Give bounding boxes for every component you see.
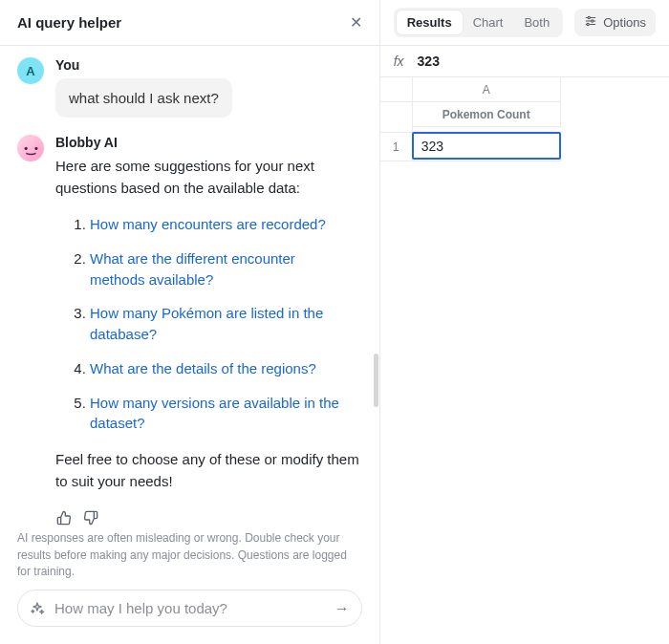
composer[interactable]: → [17,590,362,627]
ai-intro-text: Here are some suggestions for your next … [55,156,362,199]
list-item: What are the details of the regions? [90,358,362,379]
sparkle-icon [30,601,45,616]
list-item: What are the different encounter methods… [90,248,362,290]
svg-point-1 [588,16,590,18]
feedback-row [55,509,362,526]
thumbs-up-icon[interactable] [55,509,73,526]
column-header-A[interactable]: A [413,77,561,102]
suggestion-link[interactable]: How many versions are available in the d… [90,395,339,432]
panel-header: AI query helper ✕ [0,0,379,46]
close-icon[interactable]: ✕ [350,13,362,32]
fx-value: 323 [418,54,440,69]
results-panel: Results Chart Both Options fx 323 A Poke… [380,0,669,644]
sliders-icon [584,14,597,31]
list-item: How many versions are available in the d… [90,393,362,435]
list-item: How many Pokémon are listed in the datab… [90,303,362,345]
scrollbar-thumb[interactable] [374,354,378,407]
user-avatar: A [17,57,44,84]
row-header-1[interactable]: 1 [380,133,413,161]
result-grid: A Pokemon Count 1 323 [380,77,669,161]
user-name-label: You [55,57,362,73]
ai-avatar: •‿• [17,135,44,161]
row-header-blank [380,102,413,133]
tab-results[interactable]: Results [397,11,463,34]
tab-both[interactable]: Both [513,11,560,34]
thumbs-down-icon[interactable] [82,509,99,526]
ai-helper-panel: AI query helper ✕ A You what should I as… [0,0,380,644]
user-bubble: what should I ask next? [55,78,232,118]
ai-name-label: Blobby AI [55,135,362,150]
cell-A1-value[interactable]: 323 [412,132,561,160]
ai-message: •‿• Blobby AI Here are some suggestions … [17,135,362,526]
svg-point-5 [587,23,589,25]
suggestion-link[interactable]: How many encounters are recorded? [90,216,326,232]
chat-scroll[interactable]: A You what should I ask next? •‿• Blobby… [0,46,379,526]
list-item: How many encounters are recorded? [90,214,362,235]
ai-suggestions-list: How many encounters are recorded? What a… [55,214,362,434]
options-label: Options [603,15,646,30]
cell-A1[interactable]: 323 [413,133,561,161]
formula-bar: fx 323 [380,46,669,77]
grid-column-header-row: A [380,77,669,102]
suggestion-link[interactable]: What are the different encounter methods… [90,250,295,288]
composer-input[interactable] [54,600,325,616]
user-message: A You what should I ask next? [17,57,362,118]
suggestion-link[interactable]: What are the details of the regions? [90,360,316,376]
options-button[interactable]: Options [574,9,656,36]
ai-outro-text: Feel free to choose any of these or modi… [55,449,362,492]
view-tabs: Results Chart Both [394,8,564,37]
tab-chart[interactable]: Chart [463,11,514,34]
column-title-cell[interactable]: Pokemon Count [413,102,561,127]
grid-corner[interactable] [380,77,413,102]
svg-point-3 [592,20,593,22]
panel-title: AI query helper [17,14,121,31]
table-row: 1 323 [380,133,669,161]
fx-icon: fx [394,54,404,69]
send-icon[interactable]: → [334,600,350,617]
results-tabs-row: Results Chart Both Options [380,0,669,46]
disclaimer-text: AI responses are often misleading or wro… [0,526,379,590]
grid-label-row: Pokemon Count [380,102,669,133]
suggestion-link[interactable]: How many Pokémon are listed in the datab… [90,305,323,342]
